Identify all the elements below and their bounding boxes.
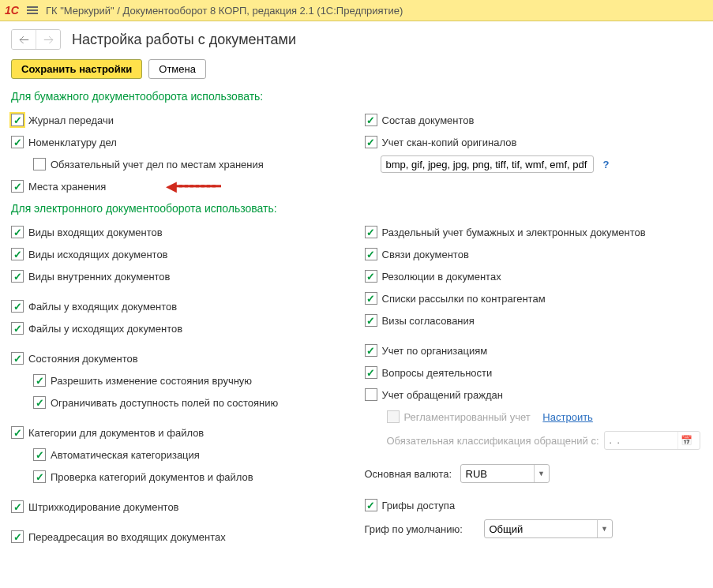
checkbox-stamps[interactable] <box>365 499 377 511</box>
label-resolutions: Резолюции в документах <box>382 271 501 283</box>
classification-date-input[interactable] <box>605 435 677 446</box>
label-doc-links: Связи документов <box>382 249 469 260</box>
checkbox-outgoing-files[interactable] <box>11 322 24 335</box>
arrow-annotation: ◀━━━━━━━━ <box>166 178 218 195</box>
file-types-input[interactable] <box>381 155 594 173</box>
checkbox-scan-copies[interactable] <box>365 136 377 148</box>
checkbox-doc-links[interactable] <box>365 248 377 260</box>
label-mailing: Списки рассылки по контрагентам <box>382 293 546 305</box>
checkbox-visas[interactable] <box>365 314 377 327</box>
window-title: ГК "Меркурий" / Документооборот 8 КОРП, … <box>46 5 403 17</box>
label-visas: Визы согласования <box>382 315 475 327</box>
menu-icon[interactable] <box>27 6 38 14</box>
checkbox-regulated <box>387 410 400 423</box>
checkbox-categories[interactable] <box>11 426 24 439</box>
checkbox-mailing[interactable] <box>365 292 377 305</box>
label-manual-state: Разрешить изменение состояния вручную <box>51 375 252 387</box>
classification-date[interactable]: 📅 <box>604 431 700 450</box>
back-button[interactable]: 🡠 <box>12 30 36 49</box>
label-forward-incoming: Переадресация во входящих документах <box>28 531 226 543</box>
label-activity: Вопросы деятельности <box>382 367 493 379</box>
label-default-stamp: Гриф по умолчанию: <box>365 523 479 535</box>
label-doc-states: Состояния документов <box>28 353 138 365</box>
section-electronic: Для электронного документооборота исполь… <box>11 202 702 215</box>
checkbox-forward-incoming[interactable] <box>11 530 24 543</box>
label-storage-places: Места хранения <box>28 181 106 193</box>
checkbox-internal-types[interactable] <box>11 270 24 283</box>
label-mandatory-storage: Обязательный учет дел по местам хранения <box>51 159 264 170</box>
label-categories: Категории для документов и файлов <box>28 427 204 439</box>
label-incoming-types: Виды входящих документов <box>28 227 163 238</box>
checkbox-check-categories[interactable] <box>33 470 46 483</box>
checkbox-manual-state[interactable] <box>33 374 46 387</box>
label-regulated: Регламентированный учет <box>404 411 531 423</box>
label-appeals: Учет обращений граждан <box>382 389 504 401</box>
app-logo: 1C <box>5 4 19 17</box>
nav-back-forward: 🡠 🡢 <box>11 29 61 50</box>
help-icon[interactable]: ? <box>603 159 610 170</box>
checkbox-outgoing-types[interactable] <box>11 248 24 260</box>
checkbox-journal[interactable] <box>11 114 24 126</box>
checkbox-activity[interactable] <box>365 366 377 379</box>
configure-link[interactable]: Настроить <box>542 411 593 423</box>
label-separate: Раздельный учет бумажных и электронных д… <box>382 227 646 238</box>
checkbox-resolutions[interactable] <box>365 270 377 283</box>
page-title: Настройка работы с документами <box>72 32 296 48</box>
checkbox-barcoding[interactable] <box>11 500 24 513</box>
label-auto-categorize: Автоматическая категоризация <box>51 449 200 461</box>
cancel-button[interactable]: Отмена <box>148 59 206 79</box>
currency-input[interactable] <box>461 468 534 480</box>
label-composition: Состав документов <box>382 114 475 126</box>
checkbox-incoming-files[interactable] <box>11 300 24 313</box>
label-check-categories: Проверка категорий документов и файлов <box>51 471 253 483</box>
currency-combo[interactable]: ▼ <box>460 464 550 483</box>
label-currency: Основная валюта: <box>365 468 456 480</box>
checkbox-doc-states[interactable] <box>11 352 24 365</box>
calendar-icon[interactable]: 📅 <box>677 432 696 449</box>
label-journal: Журнал передачи <box>28 114 114 126</box>
checkbox-storage-places[interactable] <box>11 180 24 193</box>
checkbox-mandatory-storage[interactable] <box>33 158 46 170</box>
checkbox-restrict-fields[interactable] <box>33 396 46 409</box>
checkbox-separate[interactable] <box>365 226 377 238</box>
label-classification: Обязательная классификация обращений с: <box>387 435 599 447</box>
label-restrict-fields: Ограничивать доступность полей по состоя… <box>51 397 278 409</box>
label-stamps: Грифы доступа <box>382 500 456 511</box>
label-incoming-files: Файлы у входящих документов <box>28 301 177 313</box>
default-stamp-combo[interactable]: ▼ <box>484 519 613 538</box>
checkbox-auto-categorize[interactable] <box>33 448 46 461</box>
forward-button[interactable]: 🡢 <box>36 30 60 49</box>
checkbox-composition[interactable] <box>365 114 377 126</box>
default-stamp-input[interactable] <box>485 523 597 535</box>
label-outgoing-files: Файлы у исходящих документов <box>28 323 182 335</box>
label-scan-copies: Учет скан-копий оригиналов <box>382 137 517 148</box>
label-by-org: Учет по организациям <box>382 345 488 357</box>
label-outgoing-types: Виды исходящих документов <box>28 249 168 260</box>
checkbox-incoming-types[interactable] <box>11 226 24 238</box>
chevron-down-icon[interactable]: ▼ <box>534 465 549 482</box>
label-barcoding: Штрихкодирование документов <box>28 501 179 513</box>
chevron-down-icon[interactable]: ▼ <box>597 520 612 537</box>
checkbox-appeals[interactable] <box>365 388 377 401</box>
save-button[interactable]: Сохранить настройки <box>11 59 142 79</box>
label-internal-types: Виды внутренних документов <box>28 271 171 283</box>
checkbox-nomenclature[interactable] <box>11 136 24 148</box>
label-nomenclature: Номенклатуру дел <box>28 137 117 148</box>
section-paper: Для бумажного документооборота использов… <box>11 90 702 103</box>
checkbox-by-org[interactable] <box>365 344 377 357</box>
